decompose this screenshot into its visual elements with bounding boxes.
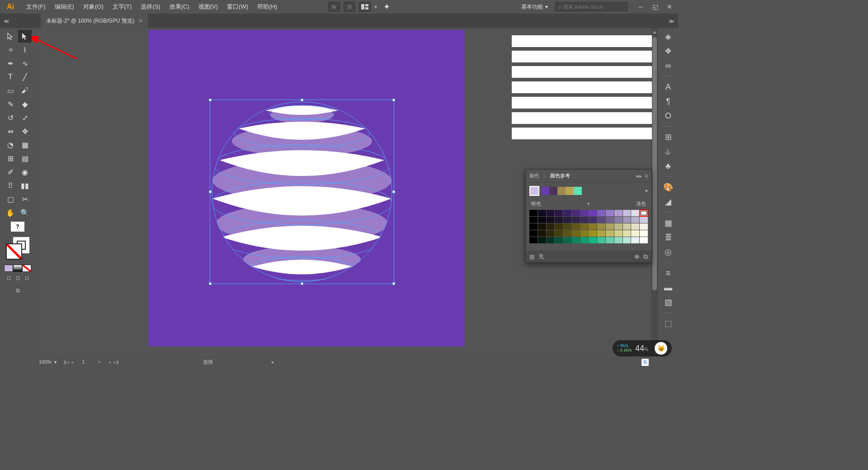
tint-dropdown[interactable]: ▾: [587, 201, 590, 207]
mesh-tool[interactable]: ⊞: [4, 152, 17, 165]
color-cell[interactable]: [547, 217, 555, 223]
color-cell[interactable]: [580, 217, 589, 223]
gpu-perf-icon[interactable]: ✦: [383, 2, 390, 12]
minimize-button[interactable]: ─: [636, 3, 646, 11]
perspective-grid-tool[interactable]: ▦: [18, 138, 32, 151]
color-cell[interactable]: [631, 223, 639, 230]
color-cell[interactable]: [563, 230, 571, 237]
menu-view[interactable]: 视图(V): [194, 0, 222, 14]
color-cell[interactable]: [538, 230, 546, 237]
draw-normal[interactable]: ◻: [4, 274, 13, 282]
column-graph-tool[interactable]: ▮▮: [18, 179, 32, 192]
rectangle-tool[interactable]: ▭: [4, 84, 17, 97]
sel-handle-e[interactable]: [392, 190, 395, 193]
transform-panel-icon[interactable]: ⊞: [661, 130, 675, 144]
close-tab-button[interactable]: ×: [139, 17, 142, 24]
fill-swatch[interactable]: [6, 243, 22, 260]
panel-collapse-icon[interactable]: ▸▸: [637, 173, 642, 179]
stock-button[interactable]: St: [344, 2, 355, 12]
color-cell[interactable]: [623, 230, 631, 237]
draw-inside[interactable]: ◻: [22, 274, 31, 282]
stripe-3[interactable]: [512, 66, 652, 78]
color-guide-panel-icon[interactable]: ◢: [661, 195, 675, 209]
color-cell[interactable]: [547, 210, 555, 216]
align-panel-icon[interactable]: ⫝: [661, 145, 675, 158]
curvature-tool[interactable]: ∿: [18, 57, 32, 70]
color-cell[interactable]: [572, 223, 580, 230]
color-cell[interactable]: [597, 237, 605, 243]
color-cell[interactable]: [631, 210, 639, 216]
color-cell[interactable]: [640, 237, 648, 243]
artboard-number[interactable]: 1: [82, 359, 85, 365]
type-tool[interactable]: T: [4, 71, 17, 83]
selection-tool[interactable]: [4, 30, 17, 43]
sel-handle-se[interactable]: [392, 282, 395, 285]
color-cell[interactable]: [563, 223, 571, 230]
slice-tool[interactable]: ✂: [18, 193, 32, 205]
menu-file[interactable]: 文件(F): [22, 0, 50, 14]
color-cell[interactable]: [563, 237, 571, 243]
paintbrush-tool[interactable]: 🖌: [18, 84, 32, 97]
color-cell[interactable]: [580, 237, 589, 243]
workspace-switcher[interactable]: 基本功能 ▾: [518, 3, 552, 11]
color-cell[interactable]: [529, 230, 538, 237]
pathfinder-panel-icon[interactable]: ♣: [661, 159, 675, 173]
assistant-face-icon[interactable]: 😺: [655, 342, 667, 355]
menu-object[interactable]: 对象(O): [79, 0, 108, 14]
color-cell[interactable]: [572, 237, 580, 243]
color-cell[interactable]: [529, 217, 538, 223]
ime-indicator[interactable]: 英: [642, 359, 649, 366]
document-tab[interactable]: 未标题-2* @ 100% (RGB/GPU 预览) ×: [41, 14, 148, 28]
harmony-swatches[interactable]: [541, 187, 582, 195]
fill-stroke-swatch[interactable]: [4, 237, 31, 262]
base-color-swatch[interactable]: [529, 186, 539, 196]
color-cell[interactable]: [640, 217, 648, 223]
menu-type[interactable]: 文字(T): [108, 0, 137, 14]
artboard-tool[interactable]: ▢: [4, 193, 17, 205]
next-artboard-button[interactable]: ▸: [109, 359, 112, 365]
last-artboard-button[interactable]: ▸▮: [113, 359, 119, 365]
color-cell[interactable]: [623, 210, 631, 216]
shape-builder-tool[interactable]: ◔: [4, 138, 17, 151]
color-cell[interactable]: [589, 230, 597, 237]
zoom-tool[interactable]: 🔍: [18, 206, 32, 219]
magic-wand-tool[interactable]: ✧: [4, 43, 17, 56]
color-cell[interactable]: [606, 237, 614, 243]
sel-handle-w[interactable]: [209, 190, 212, 193]
menu-effect[interactable]: 效果(C): [165, 0, 194, 14]
panel-menu-icon[interactable]: ≡: [645, 173, 648, 179]
restore-button[interactable]: ◱: [650, 3, 660, 11]
symbols-panel-icon[interactable]: ◎: [661, 245, 675, 259]
line-tool[interactable]: ╱: [18, 71, 32, 83]
vertical-scrollbar[interactable]: ▲ ▼: [651, 28, 658, 356]
color-cell[interactable]: [589, 223, 597, 230]
harmony-swatch[interactable]: [566, 187, 574, 195]
color-cell[interactable]: [555, 223, 563, 230]
harmony-swatch[interactable]: [557, 187, 566, 195]
color-mode-none[interactable]: [22, 265, 31, 272]
close-window-button[interactable]: ✕: [665, 3, 675, 11]
first-artboard-button[interactable]: ▮◂: [64, 359, 69, 365]
sel-handle-s[interactable]: [301, 282, 303, 285]
brushes-panel-icon[interactable]: ≣: [661, 231, 675, 244]
stripe-2[interactable]: [512, 51, 652, 62]
gradient-tool[interactable]: ▤: [18, 152, 32, 165]
color-cell[interactable]: [538, 223, 546, 230]
stripe-4[interactable]: [512, 81, 652, 93]
color-cell[interactable]: [572, 210, 580, 216]
blend-tool[interactable]: ◉: [18, 166, 32, 178]
gradient-panel-icon[interactable]: ▬: [661, 281, 675, 294]
help-button[interactable]: ?: [11, 222, 24, 232]
prev-artboard-button[interactable]: ◂: [71, 359, 74, 365]
color-cell[interactable]: [547, 237, 555, 243]
draw-behind[interactable]: ◻: [13, 274, 22, 282]
color-mode-fill[interactable]: [4, 265, 13, 272]
color-cell[interactable]: [555, 217, 563, 223]
opentype-panel-icon[interactable]: O: [661, 109, 675, 123]
color-panel-icon[interactable]: 🎨: [661, 180, 675, 194]
status-play-icon[interactable]: ▸: [272, 359, 274, 365]
color-cell[interactable]: [640, 230, 648, 237]
color-mode-gradient[interactable]: [13, 265, 22, 272]
free-transform-tool[interactable]: ✥: [18, 125, 32, 138]
scroll-up-button[interactable]: ▲: [651, 28, 658, 35]
